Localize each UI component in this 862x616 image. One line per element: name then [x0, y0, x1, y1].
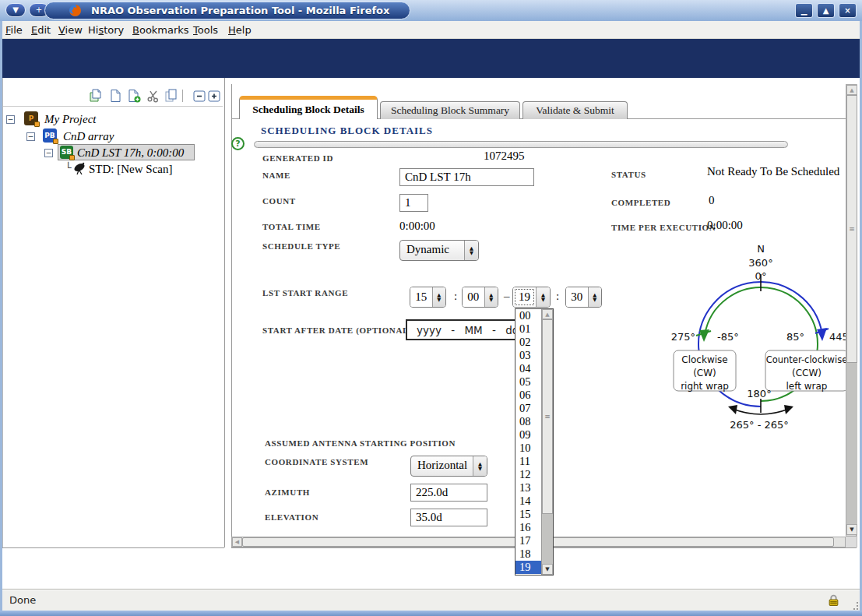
spinner-arrows-icon[interactable]: ▲▼	[473, 456, 487, 476]
spinner-arrows-icon[interactable]: ▲▼	[536, 287, 550, 307]
coordinate-system-select[interactable]: Horizontal ▲▼	[410, 456, 487, 477]
hour-option-19[interactable]: 19	[515, 561, 541, 574]
lst-start-hour-value: 15	[410, 287, 432, 307]
new-document-add-icon[interactable]	[127, 89, 141, 103]
hour-option-07[interactable]: 07	[515, 402, 541, 415]
copy-icon[interactable]	[164, 89, 178, 103]
hour-option-00[interactable]: 00	[515, 309, 541, 322]
tree-toggle-cnd-array[interactable]: −	[26, 132, 35, 141]
window-menu-button[interactable]: ▼	[5, 3, 26, 17]
arrow-down-icon: ▼	[543, 565, 552, 574]
minimize-icon: ▁	[801, 6, 807, 15]
hour-option-02[interactable]: 02	[515, 336, 541, 349]
menu-edit[interactable]: Edit	[31, 21, 51, 39]
scrollbar-corner	[846, 537, 857, 547]
schedule-type-select[interactable]: Dynamic ▲▼	[399, 240, 479, 261]
total-time-value: 0:00:00	[399, 220, 435, 233]
hour-option-03[interactable]: 03	[515, 349, 541, 362]
dropdown-scroll-track[interactable]	[542, 514, 553, 564]
tab-scheduling-block-summary[interactable]: Scheduling Block Summary	[380, 101, 520, 119]
breadcrumb-user-portal[interactable]: User Portal	[92, 103, 136, 114]
tab-scheduling-block-details[interactable]: Scheduling Block Details	[239, 96, 378, 119]
status-text: Done	[9, 590, 36, 611]
hour-option-14[interactable]: 14	[515, 495, 541, 508]
tree-item-cnd-array[interactable]: CnD array	[63, 129, 114, 143]
hour-option-09[interactable]: 09	[515, 428, 541, 442]
lst-start-hour-spinner[interactable]: 15 ▲▼	[410, 287, 446, 308]
dropdown-scroll-down-button[interactable]: ▼	[542, 564, 553, 575]
hour-option-04[interactable]: 04	[515, 362, 541, 375]
elevation-input[interactable]: 35.0d	[410, 509, 487, 526]
project-icon: P	[24, 111, 38, 125]
hour-option-10[interactable]: 10	[515, 442, 541, 455]
tree-item-std-new-scan[interactable]: STD: [New Scan]	[89, 162, 172, 176]
menu-file[interactable]: File	[5, 21, 23, 39]
menu-view[interactable]: View	[58, 21, 83, 39]
dropdown-scroll-thumb[interactable]: ≡	[542, 319, 553, 514]
vertical-scroll-thumb[interactable]: ≡	[846, 95, 857, 363]
spinner-arrows-icon[interactable]: ▲▼	[588, 287, 601, 307]
hour-option-17[interactable]: 17	[515, 534, 541, 547]
scroll-left-button[interactable]: ◀	[232, 537, 242, 547]
expand-all-icon[interactable]	[207, 89, 221, 103]
compass-minus85-label: -85°	[717, 331, 739, 343]
dropdown-scroll-up-button[interactable]: ▲	[542, 309, 553, 319]
window-frame-left	[0, 21, 2, 611]
azimuth-input[interactable]: 225.0d	[410, 484, 487, 502]
name-input[interactable]: CnD LST 17h	[399, 168, 534, 186]
lst-start-minute-spinner[interactable]: 00 ▲▼	[462, 287, 498, 308]
cw-line3: right wrap	[681, 381, 729, 392]
menu-history[interactable]: History	[88, 21, 124, 39]
hour-option-12[interactable]: 12	[515, 468, 541, 481]
maximize-button[interactable]: ▲	[817, 3, 835, 18]
hour-option-06[interactable]: 06	[515, 389, 541, 402]
spinner-arrows-icon[interactable]: ▲▼	[464, 241, 478, 260]
close-button[interactable]: ×	[839, 3, 857, 18]
hour-option-15[interactable]: 15	[515, 508, 541, 521]
scroll-track[interactable]	[846, 363, 857, 524]
security-lock-icon[interactable]	[827, 593, 840, 607]
hour-option-01[interactable]: 01	[515, 322, 541, 336]
tree-item-my-project[interactable]: My Project	[44, 112, 97, 126]
compass-275-label: 275°	[671, 331, 695, 343]
hour-option-11[interactable]: 11	[515, 455, 541, 468]
hour-option-16[interactable]: 16	[515, 521, 541, 534]
tree-toggle-scheduling-block[interactable]: −	[44, 149, 53, 157]
hour-option-08[interactable]: 08	[515, 415, 541, 428]
cut-icon[interactable]	[146, 89, 160, 103]
spinner-arrows-icon[interactable]: ▲▼	[432, 287, 445, 307]
cw-line2: (CW)	[693, 368, 716, 378]
main-vertical-scrollbar[interactable]: ▲ ≡ ▼	[846, 84, 857, 537]
tree-toggle-my-project[interactable]: −	[6, 115, 15, 124]
collapse-all-icon[interactable]	[192, 89, 206, 103]
lst-end-minute-spinner[interactable]: 30 ▲▼	[565, 287, 602, 308]
hour-option-18[interactable]: 18	[515, 547, 541, 561]
hour-option-05[interactable]: 05	[515, 375, 541, 389]
maximize-icon: ▲	[823, 6, 829, 15]
lst-dash: –	[504, 290, 510, 303]
titlebar[interactable]: ▼ + NRAO Observation Preparation Tool - …	[0, 0, 862, 21]
count-input[interactable]: 1	[399, 194, 428, 212]
spinner-arrows-icon[interactable]: ▲▼	[484, 287, 498, 307]
resize-grip[interactable]	[857, 605, 858, 607]
menu-bookmarks[interactable]: Bookmarks	[132, 21, 189, 39]
count-label: COUNT	[262, 196, 296, 206]
sidebar-divider[interactable]	[224, 78, 225, 547]
name-label: NAME	[262, 171, 290, 180]
app-menu-file[interactable]: File	[52, 79, 72, 100]
menu-tools[interactable]: Tools	[193, 21, 218, 39]
scroll-down-button[interactable]: ▼	[846, 524, 857, 535]
tab-validate-submit[interactable]: Validate & Submit	[522, 101, 628, 119]
lst-end-hour-spinner[interactable]: 19 ▲▼	[512, 287, 551, 308]
minimize-button[interactable]: ▁	[795, 3, 813, 18]
hour-option-13[interactable]: 13	[515, 481, 541, 495]
copy-scheduling-block-icon[interactable]	[88, 89, 102, 103]
new-document-icon[interactable]	[108, 89, 122, 103]
tree-item-cnd-lst-17h[interactable]: CnD LST 17h, 0:00:00	[77, 146, 184, 160]
scroll-up-button[interactable]: ▲	[846, 85, 857, 95]
radio-dish-icon	[4, 79, 40, 107]
help-icon[interactable]: ?	[231, 137, 245, 150]
lst-start-minute-value: 00	[463, 287, 484, 307]
dropdown-scrollbar[interactable]: ▲ ≡ ▼	[541, 309, 553, 575]
menu-help[interactable]: Help	[228, 21, 252, 39]
